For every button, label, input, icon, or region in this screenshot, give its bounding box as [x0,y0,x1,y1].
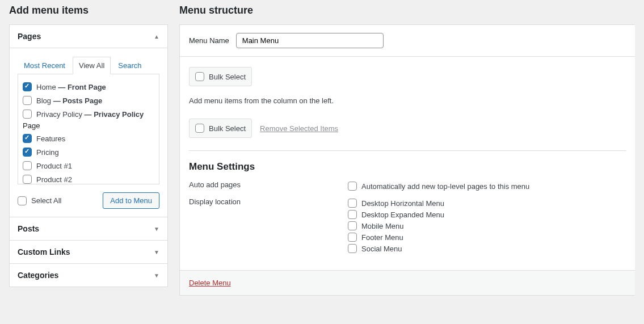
checkbox-auto-add[interactable] [348,182,357,191]
checkbox-select-all[interactable] [18,196,27,205]
add-menu-items-title: Add menu items [9,0,168,24]
empty-menu-hint: Add menu items from the column on the le… [189,96,626,105]
auto-add-label: Auto add pages [189,180,348,189]
loc-social[interactable]: Social Menu [361,245,402,253]
separator [189,150,626,151]
chevron-down-icon [154,226,159,232]
select-all-label[interactable]: Select All [31,196,61,205]
page-item-features[interactable]: Features [36,134,65,143]
accordion-title-posts: Posts [18,224,39,233]
bulk-select-top-button[interactable]: Bulk Select [189,67,252,86]
bulk-select-top-checkbox[interactable] [195,72,204,81]
chevron-up-icon [154,33,159,40]
accordion-header-categories[interactable]: Categories [10,264,167,287]
menu-name-label: Menu Name [189,36,229,45]
tab-view-all[interactable]: View All [73,57,111,74]
display-location-label: Display location [189,197,348,206]
pages-list[interactable]: Home — Front Page Blog — Posts Page Priv… [18,74,159,184]
checkbox-product2[interactable] [23,175,32,184]
page-item-product2[interactable]: Product #2 [36,175,72,184]
loc-desktop-h[interactable]: Desktop Horizontal Menu [361,199,444,208]
menu-name-input[interactable] [236,33,384,48]
accordion-title-categories: Categories [18,271,58,280]
tab-search[interactable]: Search [112,57,148,74]
menu-structure-title: Menu structure [179,0,635,24]
delete-menu-link[interactable]: Delete Menu [189,279,231,287]
page-subhead: Page [23,121,154,132]
checkbox-privacy[interactable] [23,110,32,119]
chevron-down-icon [154,272,159,279]
accordion-header-posts[interactable]: Posts [10,217,167,241]
checkbox-loc-mobile[interactable] [348,221,357,230]
checkbox-blog[interactable] [23,96,32,105]
tab-most-recent[interactable]: Most Recent [18,57,71,74]
checkbox-loc-desktop-h[interactable] [348,199,357,208]
remove-selected-link[interactable]: Remove Selected Items [260,124,338,133]
accordion-title-pages: Pages [18,32,41,41]
checkbox-loc-desktop-e[interactable] [348,210,357,219]
loc-footer[interactable]: Footer Menu [361,233,403,242]
bulk-select-bottom-checkbox[interactable] [195,124,204,133]
bulk-select-top-label: Bulk Select [209,73,246,81]
loc-desktop-e[interactable]: Desktop Expanded Menu [361,211,444,219]
page-item-home[interactable]: Home — Front Page [36,83,106,91]
add-to-menu-button[interactable]: Add to Menu [103,192,159,209]
page-item-privacy[interactable]: Privacy Policy — Privacy Policy [36,110,144,119]
bulk-select-bottom-label: Bulk Select [209,124,246,133]
accordion-header-pages[interactable]: Pages [10,25,167,48]
chevron-down-icon [154,249,159,255]
checkbox-loc-social[interactable] [348,244,357,253]
checkbox-loc-footer[interactable] [348,233,357,242]
loc-mobile[interactable]: Mobile Menu [361,222,403,230]
auto-add-option[interactable]: Automatically add new top-level pages to… [361,182,529,191]
bulk-select-bottom-button[interactable]: Bulk Select [189,119,252,138]
menu-settings-title: Menu Settings [189,161,626,172]
accordion-header-custom-links[interactable]: Custom Links [10,241,167,264]
page-item-pricing[interactable]: Pricing [36,148,59,157]
checkbox-home[interactable] [23,82,32,91]
checkbox-pricing[interactable] [23,148,32,157]
page-item-product1[interactable]: Product #1 [36,162,72,170]
checkbox-product1[interactable] [23,161,32,170]
accordion-title-custom-links: Custom Links [18,247,70,256]
page-item-blog[interactable]: Blog — Posts Page [36,96,102,105]
accordion-pages: Pages Most Recent View All Search Home —… [9,24,168,287]
checkbox-features[interactable] [23,134,32,143]
